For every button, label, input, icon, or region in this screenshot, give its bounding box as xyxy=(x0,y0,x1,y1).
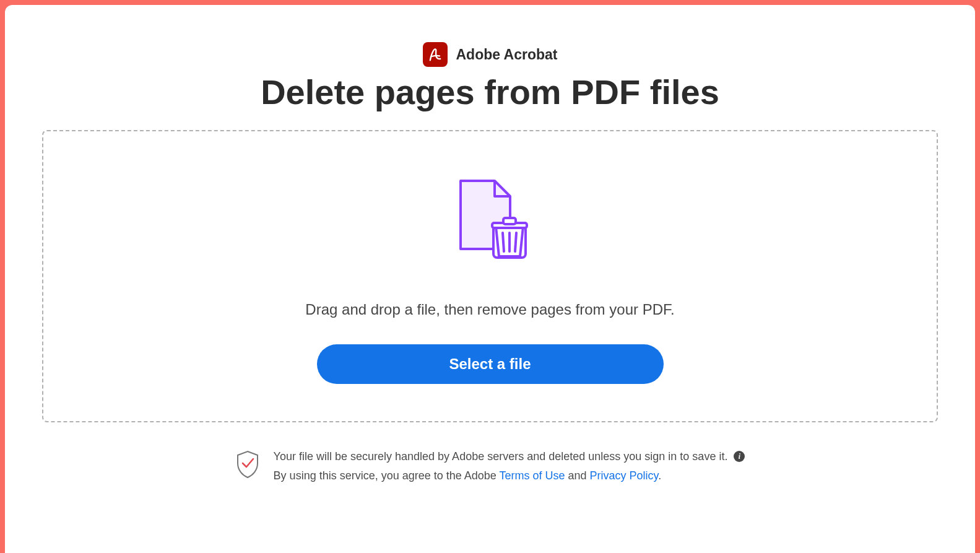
dropzone-instruction: Drag and drop a file, then remove pages … xyxy=(305,301,674,318)
privacy-policy-link[interactable]: Privacy Policy xyxy=(590,469,659,482)
page-title: Delete pages from PDF files xyxy=(30,73,950,111)
security-text: Your file will be securely handled by Ad… xyxy=(274,447,728,467)
info-icon[interactable]: i xyxy=(734,451,745,462)
brand-row: Adobe Acrobat xyxy=(30,42,950,67)
svg-line-3 xyxy=(503,233,504,251)
brand-name: Adobe Acrobat xyxy=(456,46,558,63)
shield-icon xyxy=(235,450,260,482)
header-section: Adobe Acrobat Delete pages from PDF file… xyxy=(30,42,950,111)
agreement-prefix: By using this service, you agree to the … xyxy=(274,469,500,482)
footer-text: Your file will be securely handled by Ad… xyxy=(274,447,745,486)
file-dropzone[interactable]: Drag and drop a file, then remove pages … xyxy=(42,130,938,422)
footer-section: Your file will be securely handled by Ad… xyxy=(30,447,950,486)
footer-agreement-line: By using this service, you agree to the … xyxy=(274,466,745,486)
main-container: Adobe Acrobat Delete pages from PDF file… xyxy=(5,5,975,553)
agreement-and: and xyxy=(565,469,590,482)
svg-line-5 xyxy=(515,233,516,251)
select-file-button[interactable]: Select a file xyxy=(317,344,664,384)
agreement-suffix: . xyxy=(658,469,661,482)
file-trash-icon xyxy=(451,178,529,264)
terms-of-use-link[interactable]: Terms of Use xyxy=(500,469,565,482)
acrobat-logo-icon xyxy=(423,42,448,67)
svg-rect-2 xyxy=(503,218,516,224)
footer-security-line: Your file will be securely handled by Ad… xyxy=(274,447,745,467)
